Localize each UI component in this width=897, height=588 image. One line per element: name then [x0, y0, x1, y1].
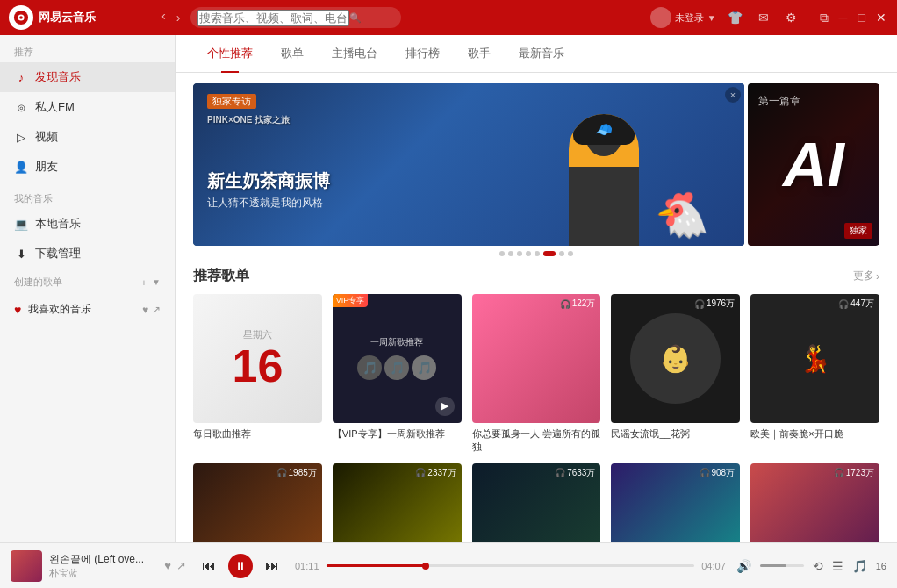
- sidebar-item-local[interactable]: 💻 本地音乐: [0, 209, 175, 239]
- current-time: 01:11: [295, 561, 319, 571]
- player-song-title: 왼손끝에 (Left ove...: [49, 552, 157, 567]
- sidebar-item-fm[interactable]: ◎ 私人FM: [0, 92, 175, 122]
- playlist-card-r2-1[interactable]: 🎧 1985万: [193, 463, 322, 542]
- playlist-title-lonely: 你总要孤身一人 尝遍所有的孤独: [472, 427, 601, 455]
- created-playlists-label: 创建的歌单: [14, 276, 62, 289]
- banner-side-exclusive-badge: 独家: [844, 223, 872, 239]
- loop-icon[interactable]: ⟲: [813, 559, 823, 573]
- playlist-card-folk[interactable]: 🎧 1976万 👶 欧美｜前奏脆×开口脆 民谣女流氓__花粥: [611, 294, 740, 455]
- banner-dot-8[interactable]: [568, 251, 573, 256]
- playlist-thumb-r2-5: 🎧 1723万: [750, 463, 879, 542]
- nav-forward-button[interactable]: ›: [173, 9, 184, 26]
- banner-dots: [193, 251, 879, 256]
- playlist-card-r2-4[interactable]: 🎧 908万: [611, 463, 740, 542]
- queue-count: 16: [876, 561, 886, 571]
- playlist-title-daily: 每日歌曲推荐: [193, 427, 322, 441]
- playlist-card-r2-5[interactable]: 🎧 1723万: [750, 463, 879, 542]
- tab-artists[interactable]: 歌手: [454, 35, 505, 72]
- logo-icon: [9, 5, 33, 30]
- friends-icon: 👤: [14, 160, 28, 174]
- close-button[interactable]: ✕: [874, 11, 888, 25]
- playlist-card-daily[interactable]: 星期六 16 每日歌曲推荐: [193, 294, 322, 455]
- nav-back-button[interactable]: ›: [158, 9, 169, 26]
- sidebar-item-discover[interactable]: ♪ 发现音乐: [0, 62, 175, 92]
- sidebar-item-downloads[interactable]: ⬇ 下载管理: [0, 239, 175, 269]
- play-count-lonely: 🎧 122万: [560, 298, 596, 310]
- lyrics-icon[interactable]: 🎵: [852, 559, 867, 573]
- sidebar-item-friends[interactable]: 👤 朋友: [0, 152, 175, 182]
- play-count-r2-1: 🎧 1985万: [276, 467, 317, 479]
- banner-area: 独家专访 PINK×ONE 找家之旅 新生奶茶商振博 让人猜不透就是我的风格: [176, 73, 897, 267]
- shirt-icon[interactable]: 👕: [727, 9, 744, 26]
- playlist-card-r2-2[interactable]: 🎧 2337万: [333, 463, 462, 542]
- sidebar: 推荐 ♪ 发现音乐 ◎ 私人FM ▷ 视频 👤 朋友 我的音乐 💻 本地音乐 ⬇…: [0, 35, 176, 542]
- volume-icon[interactable]: 🔊: [736, 559, 751, 573]
- title-bar: 网易云音乐 › › 🔍 未登录 ▼ 👕 ✉ ⚙ ⧉ ─ □ ✕: [0, 0, 897, 35]
- sidebar-item-local-label: 本地音乐: [35, 216, 161, 232]
- playlist-title-weekly: 【VIP专享】一周新歌推荐: [333, 427, 462, 441]
- banner-dot-7[interactable]: [559, 251, 564, 256]
- maximize-button[interactable]: □: [857, 11, 867, 25]
- playlist-card-euro[interactable]: 🎧 447万 💃 欧美｜前奏脆×开口脆: [750, 294, 879, 455]
- prev-button[interactable]: ⏮: [197, 554, 221, 578]
- playlist-card-weekly[interactable]: VIP专享 一周新歌推荐 🎵 🎵 🎵 ▶: [333, 294, 462, 455]
- playlist-title-euro: 欧美｜前奏脆×开口脆: [750, 427, 879, 441]
- tab-radio[interactable]: 主播电台: [318, 35, 391, 72]
- window-mode-button[interactable]: ⧉: [818, 11, 830, 25]
- mail-icon[interactable]: ✉: [755, 9, 772, 26]
- banner-dot-4[interactable]: [526, 251, 531, 256]
- playlist-icon[interactable]: ☰: [832, 559, 843, 573]
- logo-area: 网易云音乐: [9, 5, 158, 30]
- banner-main[interactable]: 独家专访 PINK×ONE 找家之旅 新生奶茶商振博 让人猜不透就是我的风格: [193, 83, 744, 246]
- headphone-icon-r2-4: 🎧: [700, 468, 710, 477]
- play-count-r2-4: 🎧 908万: [700, 467, 736, 479]
- banner-side[interactable]: 第一篇章 AI 独家: [748, 83, 879, 246]
- daily-day-num: 16: [232, 343, 283, 389]
- liked-playlist-heart-action[interactable]: ♥: [142, 304, 148, 316]
- banner-dot-1[interactable]: [499, 251, 505, 256]
- sidebar-item-discover-label: 发现音乐: [35, 69, 161, 85]
- search-bar[interactable]: 🔍: [190, 7, 401, 28]
- tab-new-music[interactable]: 最新音乐: [505, 35, 578, 72]
- gear-icon[interactable]: ⚙: [783, 9, 800, 26]
- expand-playlists-icon[interactable]: ▼: [152, 277, 161, 288]
- banner-dot-6[interactable]: [543, 251, 556, 256]
- playlist-card-r2-3[interactable]: 🎧 7633万: [472, 463, 601, 542]
- playlists-grid-row2: 🎧 1985万 🎧 2337万: [193, 463, 879, 542]
- user-name: 未登录: [675, 11, 704, 25]
- progress-bar[interactable]: [327, 564, 695, 567]
- sidebar-item-video[interactable]: ▷ 视频: [0, 122, 175, 152]
- banner-dot-5[interactable]: [535, 251, 540, 256]
- pause-button[interactable]: ⏸: [228, 554, 253, 578]
- minimize-button[interactable]: ─: [837, 11, 850, 25]
- headphone-icon-folk: 🎧: [694, 299, 705, 309]
- banner-mascot: 🐔: [655, 193, 709, 237]
- player-like-button[interactable]: ♥: [164, 559, 171, 572]
- liked-playlist-item[interactable]: ♥ 我喜欢的音乐 ♥ ↗: [0, 296, 175, 323]
- add-playlist-button[interactable]: +: [141, 277, 147, 288]
- title-actions: 未登录 ▼ 👕 ✉ ⚙ ⧉ ─ □ ✕: [650, 7, 888, 28]
- playlist-thumb-folk: 🎧 1976万 👶: [611, 294, 740, 423]
- banner-close-button[interactable]: ×: [725, 87, 741, 103]
- sidebar-section-recommend: 推荐: [0, 35, 175, 62]
- recommended-more-button[interactable]: 更多 ›: [853, 269, 879, 283]
- player-share-button[interactable]: ↗: [176, 559, 186, 572]
- user-area[interactable]: 未登录 ▼: [650, 7, 716, 28]
- next-button[interactable]: ⏭: [260, 554, 284, 578]
- progress-area: 01:11 04:07: [295, 561, 726, 571]
- playlist-card-lonely[interactable]: 🎧 122万 你总要孤身一人 尝遍所有的孤独: [472, 294, 601, 455]
- tab-personalized[interactable]: 个性推荐: [193, 35, 267, 72]
- play-count-euro: 🎧 447万: [838, 298, 874, 310]
- playlist-thumb-r2-4: 🎧 908万: [611, 463, 740, 542]
- liked-playlist-share-action[interactable]: ↗: [152, 304, 161, 316]
- banner-carousel: 独家专访 PINK×ONE 找家之旅 新生奶茶商振博 让人猜不透就是我的风格: [193, 83, 879, 246]
- search-input[interactable]: [197, 10, 349, 26]
- headphone-icon-euro: 🎧: [838, 299, 849, 309]
- window-controls: ⧉ ─ □ ✕: [818, 11, 888, 25]
- tab-charts[interactable]: 排行榜: [391, 35, 454, 72]
- tab-playlists[interactable]: 歌单: [267, 35, 318, 72]
- play-button-weekly[interactable]: ▶: [435, 397, 455, 416]
- banner-dot-2[interactable]: [508, 251, 513, 256]
- banner-dot-3[interactable]: [517, 251, 522, 256]
- volume-bar[interactable]: [760, 564, 804, 567]
